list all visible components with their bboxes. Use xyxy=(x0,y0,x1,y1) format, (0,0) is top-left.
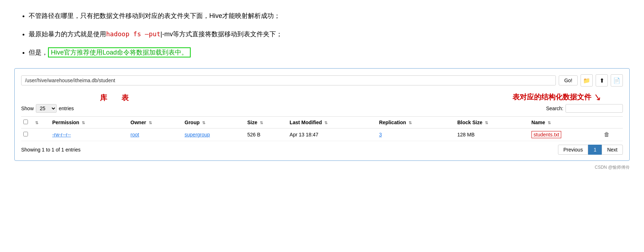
row-permission: -rw-r--r-- xyxy=(50,129,128,141)
folder-icon: 📁 xyxy=(583,77,590,84)
folder-icon-btn[interactable]: 📁 xyxy=(581,74,593,87)
page-1-button[interactable]: 1 xyxy=(588,145,602,155)
row-checkbox[interactable] xyxy=(23,132,28,136)
search-label: Search: xyxy=(546,106,563,111)
showing-text: Showing 1 to 1 of 1 entries xyxy=(21,147,81,153)
pagination: Previous 1 Next xyxy=(558,145,623,155)
permission-link[interactable]: -rw-r--r-- xyxy=(52,132,71,137)
row-sort-cell xyxy=(32,129,50,141)
bullet-text-1: 不管路径在哪里，只有把数据文件移动到对应的表文件夹下面，Hive才能映射解析成功… xyxy=(29,12,280,19)
header-actions xyxy=(602,117,623,129)
ku-biao-annotation: 库 表 xyxy=(100,94,129,102)
bullet-item-1: 不管路径在哪里，只有把数据文件移动到对应的表文件夹下面，Hive才能映射解析成功… xyxy=(29,11,630,21)
previous-button[interactable]: Previous xyxy=(558,145,588,155)
row-delete-cell: 🗑 xyxy=(602,129,623,141)
header-permission: Permission ⇅ xyxy=(50,117,128,129)
upload-icon-btn[interactable]: ⬆ xyxy=(596,74,608,87)
bullet-text-3-before: 但是， xyxy=(29,49,48,56)
row-block-size: 128 MB xyxy=(455,129,529,141)
file-table: ⇅ Permission ⇅ Owner ⇅ Group ⇅ Size ⇅ La… xyxy=(21,116,623,141)
table-footer: Showing 1 to 1 of 1 entries Previous 1 N… xyxy=(21,145,623,155)
row-owner: root xyxy=(128,129,182,141)
row-group: supergroup xyxy=(182,129,245,141)
row-replication: 3 xyxy=(377,129,455,141)
table-header-row: ⇅ Permission ⇅ Owner ⇅ Group ⇅ Size ⇅ La… xyxy=(21,117,623,129)
next-button[interactable]: Next xyxy=(602,145,623,155)
header-size: Size ⇅ xyxy=(245,117,287,129)
row-checkbox-cell xyxy=(21,129,32,141)
header-owner: Owner ⇅ xyxy=(128,117,182,129)
header-name: Name ⇅ xyxy=(529,117,602,129)
header-last-modified: Last Modified ⇅ xyxy=(287,117,377,129)
table-row: -rw-r--r-- root supergroup 526 B Apr 13 … xyxy=(21,129,623,141)
row-name: students.txt xyxy=(529,129,602,141)
bullet-text-2-after: |-mv等方式直接将数据移动到表文件夹下； xyxy=(161,31,283,38)
bullet-text-2-before: 最原始暴力的方式就是使用 xyxy=(29,31,106,38)
bullet-item-3: 但是，Hive官方推荐使用Load命令将数据加载到表中。 xyxy=(29,47,630,58)
row-last-modified: Apr 13 18:47 xyxy=(287,129,377,141)
replication-link[interactable]: 3 xyxy=(379,132,382,137)
row-size: 526 B xyxy=(245,129,287,141)
show-label: Show xyxy=(21,106,34,111)
header-checkbox xyxy=(21,117,32,129)
delete-icon[interactable]: 🗑 xyxy=(604,131,610,137)
file-icon-btn[interactable]: 📄 xyxy=(611,74,623,87)
biao-dui-ying-annotation: 表对应的结构化数据文件 xyxy=(512,92,591,102)
file-browser-panel: Go! 📁 ⬆ 📄 库 表 表对应的结构化数据文件 ↘ Show xyxy=(14,68,630,161)
file-name-link[interactable]: students.txt xyxy=(531,131,562,138)
file-icon: 📄 xyxy=(613,77,620,84)
header-replication: Replication ⇅ xyxy=(377,117,455,129)
entries-label: entries xyxy=(59,106,74,111)
show-entries: Show 25 50 100 entries xyxy=(21,104,74,113)
controls-row: Show 25 50 100 entries Search: xyxy=(21,104,623,113)
group-link[interactable]: supergroup xyxy=(185,132,210,137)
bullet-list: 不管路径在哪里，只有把数据文件移动到对应的表文件夹下面，Hive才能映射解析成功… xyxy=(14,11,630,57)
search-row: Search: xyxy=(546,104,623,113)
bullet-highlight-3: Hive官方推荐使用Load命令将数据加载到表中。 xyxy=(48,47,191,57)
entries-select[interactable]: 25 50 100 xyxy=(36,104,57,113)
upload-icon: ⬆ xyxy=(600,77,604,84)
bullet-code-2: hadoop fs –put xyxy=(106,30,161,38)
header-group: Group ⇅ xyxy=(182,117,245,129)
header-block-size: Block Size ⇅ xyxy=(455,117,529,129)
header-sort: ⇅ xyxy=(32,117,50,129)
controls-wrapper: 库 表 表对应的结构化数据文件 ↘ Show 25 50 100 entries… xyxy=(21,92,623,113)
path-input[interactable] xyxy=(21,75,556,85)
select-all-checkbox[interactable] xyxy=(23,120,28,124)
bullet-item-2: 最原始暴力的方式就是使用hadoop fs –put|-mv等方式直接将数据移动… xyxy=(29,29,630,39)
owner-link[interactable]: root xyxy=(130,132,139,137)
watermark: CSDN @愉师傅伶 xyxy=(14,164,630,171)
search-input[interactable] xyxy=(566,104,623,113)
arrow-down-icon: ↘ xyxy=(592,91,602,103)
go-button[interactable]: Go! xyxy=(559,75,578,85)
path-bar: Go! 📁 ⬆ 📄 xyxy=(21,74,623,87)
